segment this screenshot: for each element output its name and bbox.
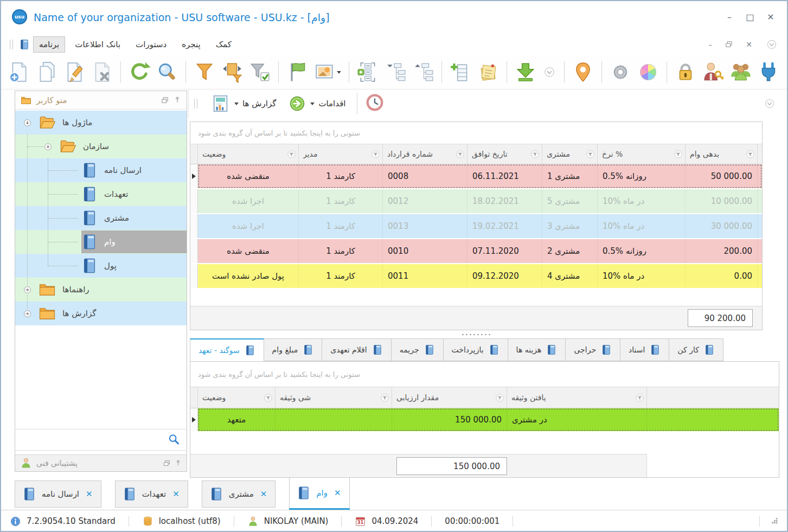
toolbar-notes-button[interactable] bbox=[477, 61, 499, 84]
float-panel-icon[interactable] bbox=[163, 460, 170, 467]
maximize-button[interactable]: □ bbox=[745, 12, 755, 22]
loans-row-3[interactable]: منقضی شدهکارمند 1001007.11.2020مشتری 2رو… bbox=[190, 239, 762, 263]
tree-search-row[interactable] bbox=[15, 429, 187, 451]
loans-indicator-header bbox=[190, 144, 198, 164]
pledge-row-0[interactable]: متعهد150 000.00در مشتری bbox=[190, 408, 779, 431]
pledge-column-header[interactable]: شی وثیقه bbox=[276, 387, 392, 408]
document-tab-0[interactable]: ارسال نامه✕ bbox=[15, 480, 101, 508]
toolbar-export-button[interactable] bbox=[514, 61, 537, 84]
toolbar-expand-rows-button[interactable] bbox=[356, 61, 379, 84]
toolbar-settings-button[interactable] bbox=[609, 61, 632, 84]
sidebar-item-1[interactable]: سازمان bbox=[15, 134, 187, 158]
actionbar-grip[interactable] bbox=[194, 99, 197, 108]
sidebar-item-5[interactable]: وام bbox=[15, 230, 187, 254]
detail-tab-4[interactable]: بازپرداخت bbox=[444, 338, 508, 361]
reports-button[interactable]: گزارش ها bbox=[208, 92, 279, 116]
tab-close-icon[interactable]: ✕ bbox=[333, 488, 342, 498]
tab-close-icon[interactable]: ✕ bbox=[171, 489, 181, 499]
loans-column-header[interactable]: وضعیت bbox=[198, 144, 299, 164]
mdi-minimize-button[interactable]: – bbox=[708, 40, 712, 49]
loans-column-header[interactable]: مدیر bbox=[299, 144, 383, 164]
toolbar-edit-document-button[interactable] bbox=[63, 61, 86, 84]
toolbar-add-row-button[interactable] bbox=[449, 61, 472, 84]
toolbar-user-group-button[interactable] bbox=[729, 61, 752, 84]
toolbar-overflow-small-button[interactable] bbox=[542, 65, 557, 80]
pin-icon[interactable] bbox=[174, 97, 181, 104]
detail-tab-7[interactable]: اسناد bbox=[620, 338, 669, 361]
toolbar-filter-columns-button[interactable] bbox=[221, 61, 244, 84]
toolbar-location-button[interactable] bbox=[572, 61, 594, 84]
menu-item-1[interactable]: بانک اطلاعات bbox=[69, 37, 126, 52]
loans-cell: مشتری 4 bbox=[542, 264, 598, 288]
close-button[interactable]: ✕ bbox=[765, 12, 776, 22]
loans-column-header[interactable]: شماره قرارداد bbox=[383, 144, 467, 164]
sidebar-item-0[interactable]: ماژول ها bbox=[15, 111, 187, 134]
sidebar-item-2[interactable]: ارسال نامه bbox=[15, 158, 187, 182]
sidebar-item-4[interactable]: مشتری bbox=[15, 206, 187, 230]
menu-item-3[interactable]: پنجره bbox=[176, 37, 206, 52]
loans-column-header[interactable]: تاریخ توافق bbox=[467, 144, 542, 164]
document-tab-1[interactable]: تعهدات✕ bbox=[115, 480, 188, 508]
loans-row-1[interactable]: اجرا شدهکارمند 1001218.02.2021مشتری 5در … bbox=[190, 189, 762, 213]
sidebar-item-8[interactable]: گزارش ها bbox=[15, 302, 187, 325]
sidebar-item-7[interactable]: راهنماها bbox=[15, 278, 187, 302]
tab-close-icon[interactable]: ✕ bbox=[85, 489, 94, 499]
pledge-column-header[interactable]: وضعیت bbox=[198, 387, 276, 408]
detail-tab-8[interactable]: کار کن bbox=[669, 338, 723, 361]
toolbar-search-button[interactable] bbox=[156, 61, 178, 84]
actionbar-overflow-icon[interactable] bbox=[763, 97, 776, 110]
toolbar-plugin-button[interactable] bbox=[757, 61, 780, 84]
mdi-close-button[interactable]: ✕ bbox=[746, 40, 752, 49]
toolbar-filter-button[interactable] bbox=[193, 61, 216, 84]
search-icon[interactable] bbox=[168, 434, 180, 446]
detail-tab-1[interactable]: مبلغ وام bbox=[264, 338, 323, 361]
tab-close-icon[interactable]: ✕ bbox=[259, 489, 268, 499]
horizontal-splitter[interactable] bbox=[190, 330, 763, 338]
statusbar-grip[interactable] bbox=[759, 516, 778, 527]
loans-cell: 0008 bbox=[383, 164, 467, 188]
pledge-column-header[interactable]: یافتن وثیقه bbox=[507, 387, 647, 408]
toolbar-copy-document-button[interactable] bbox=[35, 61, 58, 84]
sidebar-item-3[interactable]: تعهدات bbox=[15, 182, 187, 206]
document-tab-2[interactable]: مشتری✕ bbox=[202, 480, 276, 508]
loans-row-4[interactable]: پول صادر نشده استکارمند 1001109.12.2020م… bbox=[190, 264, 762, 288]
timer-button[interactable] bbox=[365, 93, 385, 114]
loans-cell: 0011 bbox=[383, 264, 467, 288]
toolbar-user-key-button[interactable] bbox=[702, 61, 725, 84]
float-panel-icon[interactable] bbox=[161, 97, 169, 104]
menu-item-4[interactable]: کمک bbox=[210, 37, 237, 52]
loans-column-header[interactable]: نرخ % bbox=[598, 144, 686, 164]
toolbar-delete-document-button[interactable] bbox=[91, 61, 113, 84]
toolbar-tree-expand-button[interactable] bbox=[384, 61, 407, 84]
minimize-button[interactable]: – bbox=[724, 12, 735, 22]
menubar-grip[interactable] bbox=[10, 40, 13, 49]
mdi-overflow-icon[interactable] bbox=[765, 38, 778, 51]
toolbar-new-document-button[interactable] bbox=[8, 61, 30, 84]
pledge-column-header[interactable]: مقدار ارزیابی bbox=[392, 387, 507, 408]
toolbar-refresh-button[interactable] bbox=[128, 61, 151, 84]
toolbar-color-wheel-button[interactable] bbox=[637, 61, 659, 84]
loans-row-2[interactable]: اجرا شدهکارمند 1001319.02.2021مشتری 3در … bbox=[190, 214, 762, 238]
detail-tab-5[interactable]: هزینه ها bbox=[508, 338, 566, 361]
actions-button[interactable]: اقدامات bbox=[285, 92, 349, 115]
detail-tab-0[interactable]: سوگند - تعهد bbox=[190, 338, 264, 362]
loans-row-0[interactable]: منقضی شدهکارمند 1000806.11.2021مشتری 1رو… bbox=[190, 164, 762, 188]
detail-tab-3[interactable]: جریمه bbox=[392, 338, 444, 361]
support-panel[interactable]: پشتیبانی فنی bbox=[15, 454, 187, 471]
toolbar-filter-apply-button[interactable] bbox=[248, 61, 271, 84]
toolbar-lock-button[interactable] bbox=[674, 61, 697, 84]
pin-icon[interactable] bbox=[175, 460, 182, 467]
toolbar-flag-button[interactable] bbox=[286, 61, 309, 84]
sidebar-item-6[interactable]: پول bbox=[15, 254, 187, 278]
detail-tab-6[interactable]: حراجی bbox=[566, 338, 620, 361]
document-tab-3[interactable]: وام✕ bbox=[289, 477, 349, 508]
loans-column-header[interactable]: بدهی وام bbox=[686, 144, 758, 164]
toolbar-tree-collapse-button[interactable] bbox=[412, 61, 434, 84]
menu-item-2[interactable]: دستورات bbox=[130, 37, 172, 52]
toolbar-separator bbox=[441, 61, 442, 83]
mdi-restore-icon[interactable] bbox=[725, 41, 733, 48]
menu-item-0[interactable]: برنامه bbox=[33, 36, 65, 53]
loans-column-header[interactable]: مشتری bbox=[542, 144, 598, 164]
toolbar-image-dropdown-button[interactable] bbox=[313, 61, 342, 84]
detail-tab-2[interactable]: اقلام تعهدی bbox=[322, 338, 391, 361]
